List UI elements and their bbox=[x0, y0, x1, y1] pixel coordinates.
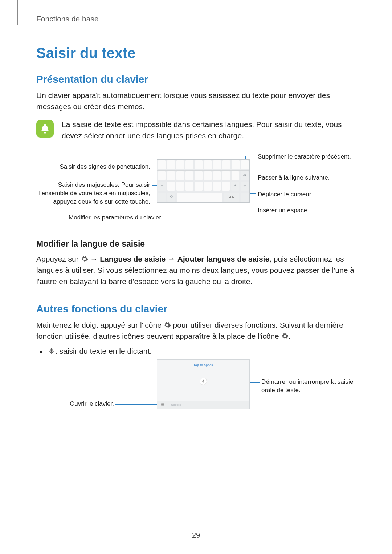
keyboard-toggle-icon bbox=[161, 403, 164, 407]
callout-punctuation: Saisir des signes de ponctuation. bbox=[36, 163, 150, 171]
shift-key-icon bbox=[158, 182, 166, 191]
cursor-arrows-icon: ◀▶ bbox=[224, 193, 239, 202]
callout-space: Insérer un espace. bbox=[258, 206, 359, 215]
microphone-icon bbox=[48, 348, 55, 355]
google-label: Google bbox=[171, 403, 181, 406]
gear-icon bbox=[164, 320, 171, 328]
callout-open-keyboard: Ouvrir le clavier. bbox=[51, 400, 114, 408]
callout-cursor: Déplacer le curseur. bbox=[258, 190, 359, 199]
breadcrumb: Fonctions de base bbox=[36, 15, 356, 23]
lang-subheading: Modifier la langue de saisie bbox=[36, 239, 356, 249]
page-title: Saisir du texte bbox=[36, 45, 356, 61]
callout-caps: Saisir des majuscules. Pour saisir l'ens… bbox=[36, 181, 150, 206]
mic-button-icon bbox=[200, 378, 207, 385]
gear-icon bbox=[281, 332, 289, 339]
callout-newline: Passer à la ligne suivante. bbox=[258, 174, 359, 182]
backspace-key-icon bbox=[241, 171, 249, 180]
callout-delete: Supprimer le caractère précédent. bbox=[258, 153, 359, 161]
voice-bullet: : saisir du texte en le dictant. bbox=[36, 347, 356, 356]
keyboard-diagram: Saisir des signes de ponctuation. Saisir… bbox=[36, 151, 356, 224]
voice-diagram: Ouvrir le clavier. Démarrer ou interromp… bbox=[36, 358, 356, 416]
section-keyboard-heading: Présentation du clavier bbox=[36, 74, 356, 85]
enter-key-icon bbox=[241, 182, 249, 191]
shift-right-key-icon bbox=[231, 182, 239, 191]
callout-settings: Modifier les paramètres du clavier. bbox=[36, 214, 163, 222]
gear-icon bbox=[81, 254, 88, 262]
callout-start-stop: Démarrer ou interrompre la saisie orale … bbox=[261, 378, 359, 395]
keyboard-intro: Un clavier apparaît automatiquement lors… bbox=[36, 90, 356, 112]
other-paragraph: Maintenez le doigt appuyé sur l'icône po… bbox=[36, 319, 356, 342]
tap-to-speak-label: Tap to speak bbox=[157, 363, 249, 367]
page-number: 29 bbox=[0, 531, 392, 539]
gear-key-icon bbox=[167, 193, 175, 202]
lang-paragraph: Appuyez sur → Langues de saisie → Ajoute… bbox=[36, 253, 356, 287]
note-text: La saisie de texte est impossible dans c… bbox=[62, 119, 356, 141]
note-bell-icon bbox=[36, 120, 54, 138]
section-other-heading: Autres fonctions du clavier bbox=[36, 303, 356, 315]
